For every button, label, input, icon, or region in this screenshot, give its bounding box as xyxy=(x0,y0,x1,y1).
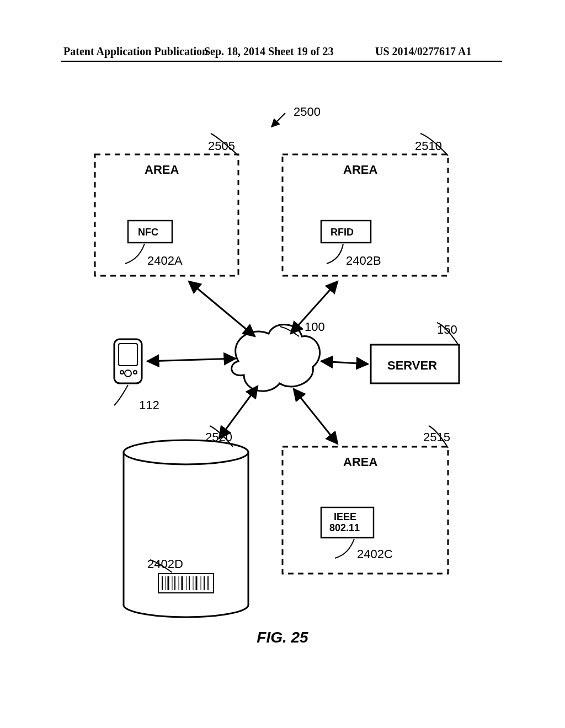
figure-caption: FIG. 25 xyxy=(0,629,565,646)
area-label: AREA xyxy=(343,163,377,176)
ref-2510: 2510 xyxy=(415,139,442,153)
area-2505: AREA NFC 2402A 2505 xyxy=(95,133,238,276)
svg-line-0 xyxy=(271,113,285,127)
header-left: Patent Application Publication xyxy=(63,45,208,58)
header-right: US 2014/0277617 A1 xyxy=(375,45,471,58)
ref-2520: 2520 xyxy=(205,430,232,444)
cloud-network: 100 xyxy=(232,320,325,391)
tank-2520: 2520 xyxy=(124,426,248,617)
area-2515: AREA IEEE 802.11 2402C 2515 xyxy=(282,426,450,574)
ref-112: 112 xyxy=(139,398,159,412)
svg-line-37 xyxy=(219,386,258,438)
nfc-label: NFC xyxy=(138,227,158,238)
rfid-label: RFID xyxy=(331,227,354,238)
barcode-icon xyxy=(158,574,214,593)
server-label: SERVER xyxy=(387,358,437,372)
server: SERVER 150 xyxy=(371,323,459,383)
ref-2402D: 2402D xyxy=(147,557,183,571)
svg-line-35 xyxy=(321,361,368,364)
svg-line-33 xyxy=(189,281,255,336)
header-rule xyxy=(61,61,502,62)
ref-2402B: 2402B xyxy=(346,254,381,267)
wlan-label-2: 802.11 xyxy=(329,522,360,533)
pda-phone: 112 xyxy=(114,339,159,412)
ref-2402A: 2402A xyxy=(147,254,183,267)
wlan-label-1: IEEE xyxy=(334,511,356,522)
area-2510: AREA RFID 2402B 2510 xyxy=(282,133,448,276)
ref-2505: 2505 xyxy=(208,139,235,153)
svg-line-36 xyxy=(147,358,236,361)
page: Patent Application Publication Sep. 18, … xyxy=(0,0,565,728)
ref-2515: 2515 xyxy=(423,430,450,444)
area-label: AREA xyxy=(145,163,179,176)
ref-system: 2500 xyxy=(271,105,321,127)
header-center: Sep. 18, 2014 Sheet 19 of 23 xyxy=(204,45,333,58)
ref-2500: 2500 xyxy=(294,105,321,119)
ref-100: 100 xyxy=(305,320,325,334)
svg-line-38 xyxy=(294,389,338,444)
svg-rect-7 xyxy=(119,344,137,366)
figure-25: 2500 AREA NFC 2402A 2505 AREA RFID 2402B… xyxy=(62,83,503,634)
area-label: AREA xyxy=(343,455,377,469)
ref-150: 150 xyxy=(437,323,457,336)
ref-2402C: 2402C xyxy=(357,547,393,561)
svg-rect-18 xyxy=(158,574,214,593)
